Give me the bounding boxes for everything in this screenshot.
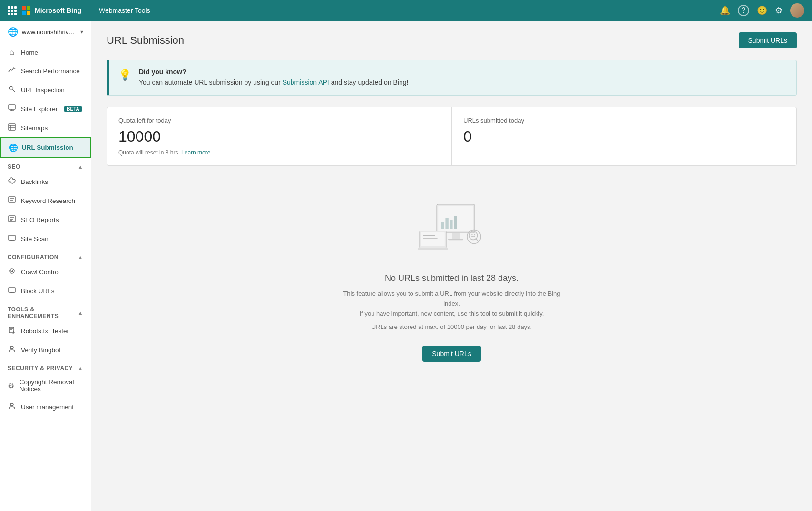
security-section-label: Security & Privacy [8,365,73,372]
topbar-divider [90,6,90,15]
sidebar: 🌐 www.nourishthrive.com ▾ ⌂ Home Search … [0,21,91,511]
sidebar-item-url-inspection[interactable]: URL Inspection [0,80,91,99]
svg-rect-6 [9,105,15,109]
svg-rect-3 [27,11,30,15]
domain-chevron-icon: ▾ [80,29,83,35]
svg-rect-41 [450,220,452,229]
keyword-icon [8,196,16,205]
svg-point-4 [10,87,13,90]
info-banner-text: You can automate URL submission by using… [139,77,408,87]
inspect-icon [8,85,16,95]
apps-icon[interactable] [8,6,17,15]
info-banner-content: Did you know? You can automate URL submi… [139,68,408,87]
svg-rect-10 [9,124,15,130]
svg-rect-44 [421,232,445,246]
stat-quota-note-text: Quota will reset in 8 hrs. [118,149,181,156]
tools-section-label: Tools & Enhancements [8,306,78,319]
svg-rect-45 [418,248,448,250]
svg-rect-39 [441,222,444,229]
sidebar-item-copyright-label: Copyright Removal Notices [20,378,83,393]
submit-urls-button-empty[interactable]: Submit URLs [422,346,480,362]
svg-point-34 [10,403,13,406]
sidebar-item-site-scan-label: Site Scan [21,235,49,242]
info-text-after: and stay updated on Bing! [329,78,409,86]
sidebar-item-user-management[interactable]: User management [0,397,91,416]
layout: 🌐 www.nourishthrive.com ▾ ⌂ Home Search … [0,21,812,511]
config-chevron-icon: ▲ [78,254,83,260]
security-section-header[interactable]: Security & Privacy ▲ [0,361,91,374]
avatar[interactable] [790,3,804,18]
sidebar-item-robots-tester[interactable]: Robots.txt Tester [0,321,91,340]
sidebar-item-search-performance[interactable]: Search Performance [0,61,91,80]
seo-section-header[interactable]: SEO ▲ [0,160,91,172]
search-perf-icon [8,66,16,76]
seo-reports-icon [8,215,16,224]
lightbulb-icon: 💡 [118,69,131,81]
sidebar-item-seo-reports[interactable]: SEO Reports [0,210,91,229]
learn-more-link[interactable]: Learn more [181,149,210,156]
sidebar-item-crawl-control[interactable]: Crawl Control [0,262,91,281]
tools-section-header[interactable]: Tools & Enhancements ▲ [0,302,91,321]
svg-rect-38 [448,239,463,240]
sidebar-item-url-submission[interactable]: 🌐 URL Submission [0,137,91,158]
submit-urls-button-top[interactable]: Submit URLs [739,32,797,48]
svg-point-33 [10,346,13,349]
robots-icon [8,326,16,336]
sidebar-item-url-submission-label: URL Submission [22,144,73,151]
sidebar-item-user-mgmt-label: User management [21,404,74,411]
configuration-section-label: Configuration [8,254,59,260]
tools-chevron-icon: ▲ [78,310,83,316]
info-banner: 💡 Did you know? You can automate URL sub… [107,60,797,96]
sidebar-item-backlinks[interactable]: Backlinks [0,172,91,191]
sidebar-item-sitemaps[interactable]: Sitemaps [0,118,91,137]
main-content: URL Submission Submit URLs 💡 Did you kno… [91,21,812,511]
crawl-icon [8,267,16,277]
stat-quota: Quota left for today 10000 Quota will re… [107,107,452,165]
info-banner-title: Did you know? [139,68,408,76]
svg-rect-2 [22,11,26,15]
stat-quota-label: Quota left for today [118,117,440,124]
empty-state-illustration [414,200,490,262]
notification-icon[interactable]: 🔔 [720,5,730,16]
security-chevron-icon: ▲ [78,366,83,371]
sidebar-item-verify-bingbot[interactable]: Verify Bingbot [0,340,91,359]
brand-logo: Microsoft Bing [21,6,81,15]
domain-selector[interactable]: 🌐 www.nourishthrive.com ▾ [0,21,91,43]
svg-point-52 [471,234,472,235]
help-icon[interactable]: ? [738,5,749,16]
tool-name: Webmaster Tools [99,7,150,14]
beta-badge: BETA [64,106,81,112]
block-urls-icon [8,286,16,296]
seo-chevron-icon: ▲ [78,164,83,170]
submission-api-link[interactable]: Submission API [283,78,329,86]
svg-rect-40 [445,218,448,229]
url-submission-icon: 🌐 [9,143,17,152]
feedback-icon[interactable]: 🙂 [757,5,767,16]
sidebar-item-block-urls[interactable]: Block URLs [0,281,91,300]
stat-quota-value: 10000 [118,128,440,145]
topbar-right: 🔔 ? 🙂 ⚙ [720,3,804,18]
sidebar-item-seo-reports-label: SEO Reports [21,216,59,223]
sidebar-item-home[interactable]: ⌂ Home [0,43,91,61]
settings-icon[interactable]: ⚙ [775,5,783,16]
sidebar-item-copyright-removal[interactable]: ⚙ Copyright Removal Notices [0,374,91,397]
domain-text: www.nourishthrive.com [22,29,77,36]
user-mgmt-icon [8,402,16,412]
configuration-section-header[interactable]: Configuration ▲ [0,250,91,262]
page-header: URL Submission Submit URLs [107,32,797,48]
sidebar-item-url-inspection-label: URL Inspection [21,87,65,94]
sitemaps-icon [8,123,16,133]
sidebar-item-site-scan[interactable]: Site Scan [0,229,91,248]
empty-state-title: No URLs submitted in last 28 days. [385,273,519,283]
sidebar-item-site-explorer[interactable]: Site Explorer BETA [0,99,91,118]
sidebar-item-home-label: Home [21,49,38,56]
svg-rect-0 [22,6,26,10]
sidebar-item-keyword-research[interactable]: Keyword Research [0,191,91,210]
topbar: Microsoft Bing Webmaster Tools 🔔 ? 🙂 ⚙ [0,0,812,21]
sidebar-item-robots-label: Robots.txt Tester [21,328,69,335]
backlinks-icon [8,177,16,186]
stat-submitted-value: 0 [463,128,785,145]
svg-rect-1 [27,6,30,10]
verify-icon [8,345,16,355]
svg-rect-37 [452,233,460,239]
